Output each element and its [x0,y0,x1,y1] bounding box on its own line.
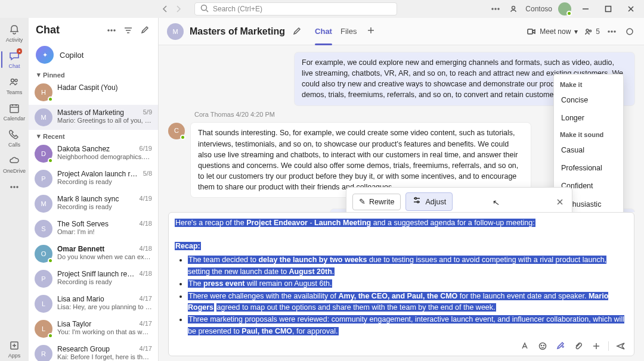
search-input[interactable]: Search (Ctrl+E) [194,2,397,15]
chat-item[interactable]: RResearch Group4/17Kai: Before I forget,… [29,341,158,361]
svg-point-18 [590,30,592,32]
svg-point-23 [415,198,417,200]
avatar: H [35,83,52,101]
chevron-down-icon: ▾ [37,71,41,79]
new-chat-icon[interactable] [139,24,151,36]
rail-more[interactable] [1,179,27,195]
rail-onedrive[interactable]: OneDrive [1,153,27,176]
window-minimize[interactable] [577,1,594,17]
menu-item-concise[interactable]: Concise [554,91,623,109]
close-icon[interactable] [554,196,566,208]
chatlist-more[interactable] [106,24,117,36]
avatar: S [35,220,52,238]
chat-item[interactable]: OOmar Bennett4/18Do you know when we can… [29,241,158,266]
menu-item-longer[interactable]: Longer [554,109,623,127]
avatar: O [35,245,52,263]
menu-item-casual[interactable]: Casual [554,141,623,159]
svg-point-20 [611,31,612,32]
meet-now-button[interactable]: Meet now▾ [527,27,578,36]
copilot-entry[interactable]: ✦ Copilot [29,41,158,69]
avatar: L [35,295,52,313]
chat-list: Chat ✦ Copilot ▾Pinned H Hadar Caspit (Y… [29,18,159,361]
chat-more-icon[interactable] [606,26,618,38]
compose-content[interactable]: Here's a recap of the Project Endeavor -… [175,217,628,337]
format-icon[interactable] [519,340,531,352]
chat-item[interactable]: LLisa Taylor4/17You: I'm working on that… [29,316,158,341]
chevron-down-icon: ▾ [574,27,578,36]
avatar: M [35,108,52,126]
recent-section[interactable]: ▾Recent [29,130,158,141]
tab-chat[interactable]: Chat [315,24,332,38]
chat-avatar: M [167,23,184,40]
avatar: L [35,320,52,338]
nav-forward[interactable] [173,4,184,14]
edit-title-icon[interactable] [291,26,303,38]
menu-item-professional[interactable]: Professional [554,159,623,177]
attach-icon[interactable] [572,340,584,352]
emoji-icon[interactable] [537,340,549,352]
rail-apps[interactable]: Apps [1,337,27,361]
tab-files[interactable]: Files [340,24,357,38]
menu-section-label: Make it sound [554,127,623,141]
avatar: P [35,170,52,188]
svg-point-6 [11,79,14,82]
svg-point-11 [17,186,18,188]
chat-header: M Masters of Marketing Chat Files Meet n… [159,18,644,45]
nav-back[interactable] [160,4,171,14]
rewrite-button[interactable]: ✎Rewrite [352,194,401,210]
avatar: R [35,345,52,361]
chat-item[interactable]: SThe Soft Serves4/18Omar: I'm in! [29,216,158,241]
chat-item-pinned[interactable]: H Hadar Caspit (You) [29,80,158,105]
chat-item-pinned[interactable]: M Masters of Marketing5/9Mario: Greeting… [29,105,158,130]
chat-item[interactable]: PProject Sniff launch readiness review4/… [29,266,158,291]
copilot-label: Copilot [60,51,83,60]
people-icon[interactable] [507,3,519,15]
chat-item[interactable]: DDakota Sanchez6/19Neighborhood demograp… [29,141,158,166]
svg-point-3 [498,8,499,10]
search-placeholder: Search (Ctrl+E) [213,5,262,13]
chat-item[interactable]: MMark 8 launch sync4/19Recording is read… [29,191,158,216]
svg-point-17 [586,29,589,32]
add-tab-icon[interactable] [365,24,377,36]
app-rail: Activity •Chat Teams Calendar Calls OneD… [0,18,29,361]
chevron-down-icon: ▾ [37,132,41,140]
chat-title: Masters of Marketing [190,26,285,37]
chat-item[interactable]: LLisa and Mario4/17Lisa: Hey, are you pl… [29,291,158,316]
svg-point-25 [540,343,546,350]
message-bubble[interactable]: That sounds interesting. So, for example… [191,123,531,197]
svg-point-1 [492,8,493,10]
pinned-section[interactable]: ▾Pinned [29,69,158,80]
participants-button[interactable]: 5 [584,27,600,36]
account-avatar[interactable] [558,2,571,15]
compose-box[interactable]: Here's a recap of the Project Endeavor -… [168,212,634,356]
adjust-button[interactable]: Adjust [405,192,453,211]
filter-icon[interactable] [122,24,134,36]
copilot-header-icon[interactable] [624,26,636,38]
rail-calls[interactable]: Calls [1,126,27,150]
avatar: C [168,123,185,139]
svg-rect-16 [528,29,532,34]
window-maximize[interactable] [600,1,617,17]
rail-chat[interactable]: •Chat [1,48,27,71]
svg-point-14 [111,30,112,31]
svg-point-13 [108,30,109,31]
svg-point-24 [417,201,419,203]
svg-point-9 [11,186,12,188]
more-icon[interactable] [490,3,501,15]
titlebar: Search (Ctrl+E) Contoso [0,0,644,18]
window-close[interactable] [623,1,639,17]
svg-rect-8 [10,105,18,113]
chat-pane: M Masters of Marketing Chat Files Meet n… [159,18,644,361]
svg-point-2 [495,8,496,10]
rail-teams[interactable]: Teams [1,74,27,98]
tenant-label: Contoso [525,5,552,13]
rail-calendar[interactable]: Calendar [1,100,27,124]
copilot-compose-icon[interactable] [555,340,566,352]
rail-activity[interactable]: Activity [1,21,27,45]
avatar: M [35,195,52,213]
svg-point-27 [543,345,544,346]
send-button[interactable] [615,340,627,352]
plus-icon[interactable] [590,340,602,352]
svg-point-7 [15,79,17,82]
chat-item[interactable]: PProject Avalon launch readiness5/8Recor… [29,166,158,191]
